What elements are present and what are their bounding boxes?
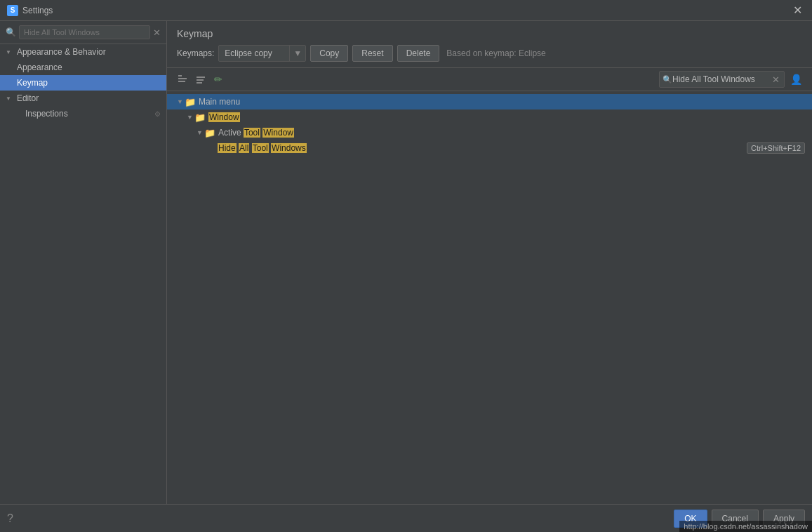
highlight-tool2: Tool [252, 143, 269, 153]
collapse-all-button[interactable] [192, 72, 209, 86]
help-icon[interactable]: ? [7, 512, 13, 525]
sidebar: 🔍 ✕ Appearance & Behavior Appearance Key… [0, 21, 167, 504]
title-bar-left: S Settings [7, 5, 53, 16]
search-right: 🔍 ✕ 👤 [659, 71, 805, 88]
highlight-window: Window [208, 112, 240, 122]
svg-rect-1 [178, 78, 187, 79]
expand-all-icon [178, 74, 187, 84]
highlight-all: All [239, 143, 249, 153]
delete-button[interactable]: Delete [397, 45, 440, 62]
sidebar-item-appearance[interactable]: Appearance [0, 60, 166, 75]
edit-button[interactable]: ✏ [211, 72, 226, 87]
sidebar-item-keymap-label: Keymap [17, 78, 48, 88]
copy-button[interactable]: Copy [310, 45, 348, 62]
content-area: Keymap Keymaps: Eclipse copy ▼ Copy Rese… [167, 21, 812, 504]
page-title: Keymap [177, 28, 802, 39]
app-icon: S [7, 5, 18, 16]
search-icon: 🔍 [663, 75, 672, 84]
highlight-hide: Hide [218, 143, 237, 153]
tree-label-hide-all: Hide All Tool Windows [218, 143, 307, 153]
tree-label-active-tool-window: Active Tool Window [218, 128, 294, 138]
chevron-down-icon [6, 49, 11, 55]
sidebar-group-editor-label: Editor [17, 93, 39, 103]
folder-icon: 📁 [204, 128, 215, 138]
search-box: 🔍 ✕ [659, 71, 785, 88]
keymap-select[interactable]: Eclipse copy ▼ [218, 45, 306, 62]
tree-row-active-tool-window[interactable]: ▼ 📁 Active Tool Window [167, 125, 812, 140]
chevron-down-icon[interactable]: ▼ [187, 114, 193, 121]
sidebar-group-appearance-behavior: Appearance & Behavior Appearance Keymap [0, 44, 166, 91]
highlight-tool: Tool [244, 128, 260, 138]
folder-icon: 📁 [194, 112, 206, 123]
sidebar-search: 🔍 ✕ [0, 21, 166, 44]
keymaps-row: Keymaps: Eclipse copy ▼ Copy Reset Delet… [177, 45, 802, 62]
keymap-search-input[interactable] [672, 74, 771, 84]
folder-icon: 📁 [185, 97, 196, 107]
tree-row-window[interactable]: ▼ 📁 Window [167, 109, 812, 125]
chevron-down-icon[interactable]: ▼ [177, 98, 183, 105]
svg-rect-3 [197, 77, 205, 78]
sidebar-item-inspections-label: Inspections [25, 109, 68, 119]
tree-label-main-menu: Main menu [199, 97, 240, 107]
main-layout: 🔍 ✕ Appearance & Behavior Appearance Key… [0, 21, 812, 504]
sidebar-search-clear[interactable]: ✕ [153, 27, 161, 38]
sidebar-item-appearance-label: Appearance [17, 62, 62, 72]
content-header: Keymap Keymaps: Eclipse copy ▼ Copy Rese… [167, 21, 812, 68]
sidebar-search-input[interactable] [19, 25, 150, 39]
sidebar-group-editor: Editor Inspections ⚙ [0, 91, 166, 121]
title-bar: S Settings ✕ [0, 0, 812, 21]
chevron-down-icon[interactable]: ▼ [197, 129, 203, 136]
close-button[interactable]: ✕ [790, 4, 805, 18]
svg-rect-0 [178, 75, 182, 77]
highlight-windows: Windows [271, 143, 307, 153]
based-on-text: Based on keymap: Eclipse [446, 48, 545, 58]
search-clear-icon[interactable]: ✕ [771, 74, 781, 85]
keymap-select-value: Eclipse copy [219, 47, 289, 60]
highlight-window2: Window [262, 128, 294, 138]
keymaps-label: Keymaps: [177, 48, 214, 58]
sidebar-group-label: Appearance & Behavior [17, 47, 106, 57]
tree-area[interactable]: ▼ 📁 Main menu ▼ 📁 Window ▼ 📁 Active Tool [167, 91, 812, 504]
sidebar-group-header-appearance-behavior[interactable]: Appearance & Behavior [0, 44, 166, 60]
svg-rect-2 [178, 81, 185, 82]
reset-button[interactable]: Reset [352, 45, 392, 62]
tree-row-main-menu[interactable]: ▼ 📁 Main menu [167, 94, 812, 109]
svg-rect-4 [197, 79, 204, 81]
collapse-all-icon [196, 74, 206, 84]
chevron-down-icon [6, 95, 11, 102]
window-title: Settings [22, 6, 53, 15]
svg-rect-5 [197, 82, 202, 84]
keymap-dropdown-btn[interactable]: ▼ [289, 46, 305, 61]
watermark: http://blog.csdn.net/assassinshadow [679, 521, 812, 532]
sidebar-item-inspections[interactable]: Inspections ⚙ [0, 106, 166, 121]
sidebar-item-keymap[interactable]: Keymap [0, 75, 166, 91]
shortcut-badge: Ctrl+Shift+F12 [747, 142, 805, 154]
tree-row-hide-all-tool-windows[interactable]: Hide All Tool Windows Ctrl+Shift+F12 [167, 140, 812, 156]
person-icon[interactable]: 👤 [787, 72, 805, 86]
tree-label-window: Window [208, 112, 240, 122]
sidebar-group-header-editor[interactable]: Editor [0, 91, 166, 106]
expand-all-button[interactable] [174, 72, 191, 86]
keymap-toolbar: ✏ 🔍 ✕ 👤 [167, 68, 812, 91]
